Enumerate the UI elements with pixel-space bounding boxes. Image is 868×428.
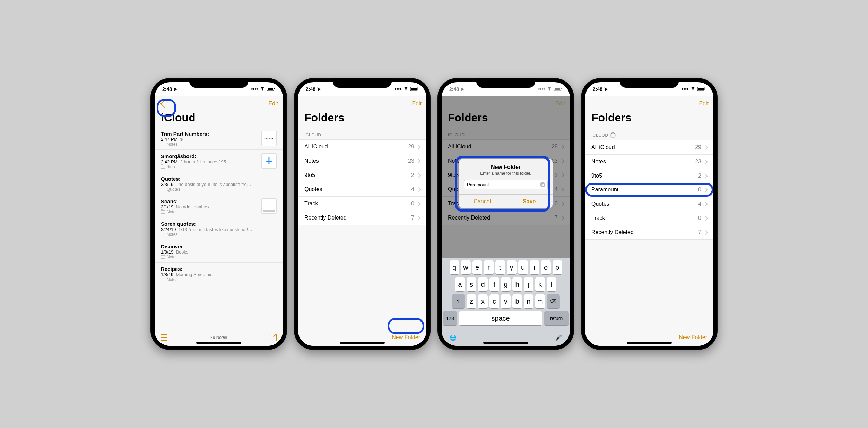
folder-row[interactable]: 9to5 2 bbox=[298, 168, 426, 182]
notch bbox=[620, 78, 679, 88]
location-icon: ➤ bbox=[460, 86, 465, 92]
key-w[interactable]: w bbox=[461, 260, 471, 274]
svg-rect-1 bbox=[268, 88, 273, 90]
edit-button[interactable]: Edit bbox=[412, 101, 422, 107]
key-a[interactable]: a bbox=[455, 277, 465, 291]
folder-row[interactable]: Notes 23 bbox=[298, 154, 426, 168]
edit-button[interactable]: Edit bbox=[699, 101, 709, 107]
key-k[interactable]: k bbox=[535, 277, 545, 291]
notes-count: 29 Notes bbox=[210, 335, 227, 340]
key-h[interactable]: h bbox=[512, 277, 522, 291]
key-u[interactable]: u bbox=[518, 260, 528, 274]
key-s[interactable]: s bbox=[467, 277, 476, 291]
key-z[interactable]: z bbox=[467, 294, 476, 308]
folder-row[interactable]: Track 0 bbox=[298, 196, 426, 211]
backspace-key[interactable]: ⌫ bbox=[547, 294, 560, 308]
key-v[interactable]: v bbox=[501, 294, 511, 308]
note-folder: 9to5 bbox=[161, 164, 257, 169]
key-l[interactable]: l bbox=[547, 277, 556, 291]
key-j[interactable]: j bbox=[524, 277, 533, 291]
key-g[interactable]: g bbox=[501, 277, 511, 291]
key-y[interactable]: y bbox=[507, 260, 517, 274]
note-item[interactable]: Scans: 3/1/19 No additional text Notes bbox=[155, 195, 283, 217]
svg-rect-8 bbox=[561, 88, 562, 89]
numbers-key[interactable]: 123 bbox=[443, 311, 457, 325]
new-folder-button[interactable]: New Folder bbox=[392, 334, 420, 341]
note-item[interactable]: Soren quotes: 2/24/19 1/13 "mmm it taste… bbox=[155, 217, 283, 240]
chevron-right-icon bbox=[703, 216, 708, 221]
folder-row[interactable]: Recently Deleted 7 bbox=[585, 225, 713, 240]
home-indicator[interactable] bbox=[483, 342, 528, 344]
folder-count: 23 bbox=[408, 158, 414, 164]
key-c[interactable]: c bbox=[489, 294, 499, 308]
svg-rect-11 bbox=[705, 88, 705, 89]
home-indicator[interactable] bbox=[340, 342, 385, 344]
notch bbox=[333, 78, 392, 88]
key-m[interactable]: m bbox=[535, 294, 545, 308]
folder-row[interactable]: Quotes 4 bbox=[298, 182, 426, 196]
folder-row[interactable]: Notes 23 bbox=[585, 154, 713, 169]
folder-row[interactable]: All iCloud 29 bbox=[585, 140, 713, 154]
key-q[interactable]: q bbox=[450, 260, 459, 274]
home-indicator[interactable] bbox=[196, 342, 241, 344]
chevron-right-icon bbox=[416, 145, 421, 149]
folder-row[interactable]: Paramount 0 bbox=[585, 183, 713, 197]
wifi-icon bbox=[690, 86, 696, 92]
folder-row[interactable]: Quotes 4 bbox=[585, 197, 713, 211]
home-indicator[interactable] bbox=[627, 342, 672, 344]
folder-name: Track bbox=[304, 200, 411, 207]
key-r[interactable]: r bbox=[484, 260, 494, 274]
mic-icon[interactable]: 🎤 bbox=[555, 334, 562, 341]
battery-icon bbox=[267, 86, 275, 92]
chevron-right-icon bbox=[703, 145, 708, 150]
note-item[interactable]: Trim Part Numbers: 2:47 PM $ Notes ) NOV… bbox=[155, 127, 283, 149]
clear-input-button[interactable] bbox=[540, 182, 545, 187]
folder-row[interactable]: Track 0 bbox=[585, 211, 713, 225]
space-key[interactable]: space bbox=[459, 311, 542, 325]
folder-count: 2 bbox=[411, 172, 414, 178]
note-item[interactable]: Recipes: 1/8/19 Morning Smoothie Notes bbox=[155, 262, 283, 285]
svg-rect-2 bbox=[274, 88, 275, 89]
folder-row[interactable]: All iCloud 29 bbox=[298, 139, 426, 154]
gallery-view-button[interactable] bbox=[161, 334, 167, 341]
note-folder: Quotes bbox=[161, 187, 277, 192]
note-item[interactable]: Discover: 1/8/19 Books: Notes bbox=[155, 240, 283, 262]
folder-name: Quotes bbox=[591, 201, 698, 207]
folder-count: 7 bbox=[411, 215, 414, 221]
shift-key[interactable]: ⇧ bbox=[452, 294, 465, 308]
return-key[interactable]: return bbox=[544, 311, 569, 325]
new-folder-button[interactable]: New Folder bbox=[679, 334, 707, 341]
signal-icon: •••• bbox=[394, 86, 401, 92]
compose-button[interactable] bbox=[269, 334, 277, 341]
key-t[interactable]: t bbox=[495, 260, 505, 274]
key-e[interactable]: e bbox=[472, 260, 482, 274]
key-x[interactable]: x bbox=[478, 294, 488, 308]
edit-button[interactable]: Edit bbox=[268, 101, 278, 107]
phone-frame: 2:48➤ •••• Edit Folders ICLOUD All iClou… bbox=[581, 78, 718, 350]
note-item[interactable]: Smörgåsbord: 2:42 PM 2 hours 11 minutes/… bbox=[155, 149, 283, 172]
note-title: Soren quotes: bbox=[161, 221, 277, 227]
folder-name-input[interactable] bbox=[466, 182, 540, 188]
note-meta: 1/8/19 Books: bbox=[161, 249, 277, 255]
key-o[interactable]: o bbox=[541, 260, 551, 274]
note-title: Smörgåsbord: bbox=[161, 153, 257, 159]
globe-icon[interactable]: 🌐 bbox=[450, 334, 457, 341]
key-b[interactable]: b bbox=[512, 294, 522, 308]
key-f[interactable]: f bbox=[489, 277, 499, 291]
cancel-button[interactable]: Cancel bbox=[459, 195, 506, 208]
signal-icon: •••• bbox=[538, 86, 545, 92]
key-d[interactable]: d bbox=[478, 277, 488, 291]
save-button[interactable]: Save bbox=[506, 195, 553, 208]
status-time: 2:48 bbox=[593, 86, 602, 92]
key-n[interactable]: n bbox=[524, 294, 533, 308]
folder-row[interactable]: Recently Deleted 7 bbox=[298, 211, 426, 225]
section-header: ICLOUD bbox=[585, 127, 713, 140]
back-button[interactable] bbox=[160, 100, 168, 108]
page-title: iCloud bbox=[155, 111, 283, 127]
key-p[interactable]: p bbox=[553, 260, 562, 274]
folder-icon bbox=[161, 233, 165, 236]
folder-row[interactable]: 9to5 2 bbox=[585, 169, 713, 183]
note-item[interactable]: Quotes: 3/3/19 The basis of your life is… bbox=[155, 172, 283, 195]
chevron-right-icon bbox=[703, 202, 708, 206]
key-i[interactable]: i bbox=[530, 260, 539, 274]
